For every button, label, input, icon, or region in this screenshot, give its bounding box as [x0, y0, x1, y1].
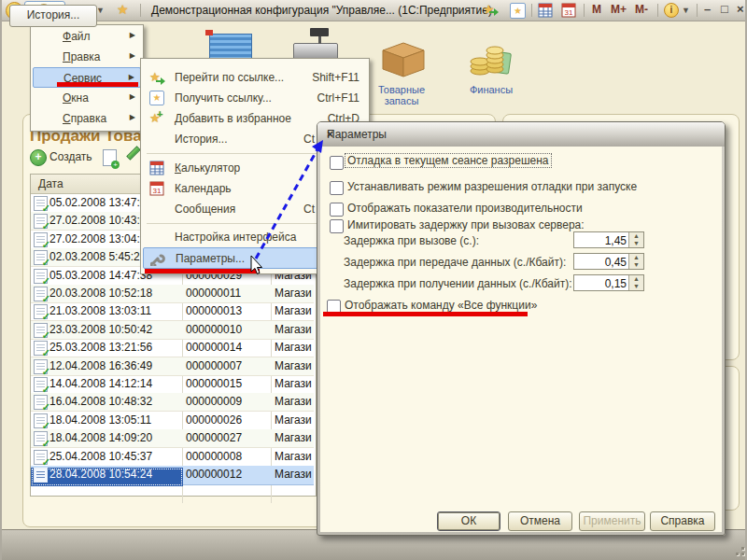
goods-box-icon[interactable] [379, 39, 428, 78]
create-label: Создать [49, 150, 92, 163]
document-check-icon: ✓ [34, 359, 48, 374]
debug-checkbox-label[interactable]: Отладка в текущем сеансе разрешена [345, 154, 551, 167]
create-button[interactable]: + Создать [30, 148, 105, 166]
document-check-icon: ✓ [34, 431, 48, 446]
calendar-icon[interactable]: 31 [561, 3, 576, 18]
document-check-icon: ✓ [34, 232, 48, 247]
spinner-buttons[interactable]: ▲▼ [628, 254, 643, 269]
spin-up-icon: ▲ [629, 232, 643, 240]
calculator-icon[interactable] [538, 3, 553, 18]
spinner-buttons[interactable]: ▲▼ [628, 275, 643, 290]
dialog-body: Отладка в текущем сеансе разрешена Устан… [320, 147, 722, 532]
ok-button[interactable]: ОК [437, 511, 500, 531]
help-button[interactable]: Справка [650, 511, 715, 531]
column-header-date: Дата [38, 177, 63, 190]
table-row[interactable]: ✓16.04.2008 10:48:32000000009Магази [31, 393, 314, 412]
memory-m-button[interactable]: M [592, 3, 601, 16]
document-check-icon: ✓ [34, 323, 48, 338]
plus-icon: + [30, 149, 47, 166]
menu-item-edit[interactable]: Правка▶ [33, 47, 141, 67]
table-row[interactable]: ✓18.04.2008 14:09:20000000027Магази [31, 429, 314, 448]
table-row-selected[interactable]: 28.04.2008 10:54:24000000012Магази [31, 466, 314, 485]
send-delay-spinner[interactable]: 0,45 ▲▼ [573, 253, 644, 270]
dialog-close-icon[interactable]: × [327, 128, 717, 141]
document-check-icon: ✓ [34, 413, 48, 428]
spinner-buttons[interactable]: ▲▼ [628, 232, 643, 247]
toolbar-separator [140, 4, 141, 17]
copy-document-icon[interactable]: + [103, 149, 117, 166]
table-row[interactable]: ✓23.03.2008 10:50:42000000010Магази [31, 321, 314, 340]
cash-register-stand-icon [318, 36, 321, 44]
submenu-arrow-icon: ▶ [129, 73, 134, 81]
document-check-icon: ✓ [34, 287, 48, 301]
cancel-button[interactable]: Отмена [508, 511, 572, 531]
debug-mode-checkbox[interactable] [330, 181, 344, 195]
receive-delay-label: Задержка при получении данных (с./Кбайт)… [344, 277, 572, 290]
finance-coins-icon[interactable] [467, 43, 514, 78]
table-row[interactable]: ✓14.04.2008 14:12:14000000015Магази [31, 375, 314, 394]
building-flag-icon [205, 30, 213, 35]
svg-text:31: 31 [153, 187, 162, 195]
resize-grip[interactable] [730, 541, 747, 558]
menu-item-help[interactable]: Справка▶ [33, 108, 141, 129]
table-row[interactable]: ✓25.04.2008 10:45:37000000008Магази [31, 448, 314, 467]
menu-item-windows[interactable]: Окна▶ [33, 88, 141, 108]
delay-checkbox[interactable] [330, 219, 344, 233]
document-check-icon: ✓ [34, 341, 48, 356]
submenu-item-goto-link[interactable]: ★ Перейти по ссылке...Shift+F11 [143, 67, 367, 88]
receive-delay-spinner[interactable]: 0,15 ▲▼ [573, 274, 644, 291]
table-row[interactable]: ✓25.03.2008 13:21:56000000014Магази [31, 339, 314, 357]
document-check-icon: ✓ [34, 450, 48, 465]
memory-m-plus-button[interactable]: M+ [611, 3, 627, 16]
section-label-goods[interactable]: Товарные запасы [370, 84, 433, 106]
wrench-icon [150, 251, 165, 266]
section-label-finance[interactable]: Финансы [463, 84, 519, 95]
application-window: Товарные запасы Финансы Продажи Това + С… [0, 0, 747, 560]
cash-register-display-icon [310, 28, 329, 36]
table-row[interactable]: ✓21.03.2008 13:03:11000000013Магази [31, 302, 314, 321]
menu-item-file[interactable]: Файл▶ [33, 26, 141, 47]
favorites-star-icon[interactable]: ★ [117, 2, 129, 17]
titlebar: 1С ◄ ► ▼ ★ Демонстрационная конфигурация… [2, 0, 747, 21]
toolbar-separator [531, 4, 532, 17]
table-row[interactable]: ✓18.04.2008 13:05:11000000026Магази [31, 412, 314, 430]
memory-m-minus-button[interactable]: M- [635, 3, 648, 16]
document-check-icon: ✓ [34, 395, 48, 410]
calendar-icon: 31 [149, 181, 164, 196]
annotation-underline-tools [57, 82, 138, 87]
calculator-icon [149, 161, 164, 175]
maximize-button[interactable]: □ [721, 2, 728, 16]
parameters-dialog: Параметры × Отладка в текущем сеансе раз… [317, 121, 726, 536]
send-delay-label: Задержка при передаче данных (с./Кбайт): [344, 256, 566, 269]
document-check-icon: ✓ [34, 196, 48, 211]
add-favorite-star-icon: ★+ [149, 111, 164, 126]
submenu-arrow-icon: ▶ [130, 92, 135, 101]
spin-up-icon: ▲ [629, 254, 643, 261]
debug-mode-label[interactable]: Устанавливать режим разрешения отладки п… [347, 180, 637, 193]
get-link-icon[interactable]: ★ [510, 3, 526, 19]
debug-checkbox[interactable] [330, 156, 344, 170]
history-button[interactable]: История... [9, 5, 97, 27]
close-button[interactable]: × [737, 2, 744, 16]
table-row[interactable]: ✓20.03.2008 10:52:18000000011Магази [31, 285, 314, 303]
call-delay-spinner[interactable]: 1,45 ▲▼ [573, 231, 644, 248]
submenu-item-get-link[interactable]: ★ Получить ссылку...Ctrl+F11 [143, 88, 367, 108]
document-check-icon: ✓ [34, 214, 48, 229]
apply-button[interactable]: Применить [579, 511, 645, 531]
call-delay-label: Задержка при вызове (с.): [344, 234, 479, 247]
document-check-icon: ✓ [34, 304, 48, 319]
nav-dropdown-icon[interactable]: ▼ [96, 6, 105, 15]
performance-checkbox[interactable] [330, 203, 344, 217]
performance-label[interactable]: Отображать показатели производительности [347, 202, 583, 215]
annotation-underline-all-functions [323, 312, 528, 316]
info-icon[interactable]: i [664, 3, 679, 18]
dialog-titlebar[interactable]: Параметры × [317, 122, 725, 147]
all-functions-label[interactable]: Отображать команду «Все функции» [345, 299, 537, 312]
spin-down-icon: ▼ [629, 240, 643, 247]
table-row[interactable]: ✓12.04.2008 16:36:49000000007Магази [31, 357, 314, 376]
info-dropdown-icon[interactable]: ▼ [682, 6, 690, 15]
goto-link-icon[interactable]: ★ [483, 2, 495, 17]
delay-label[interactable]: Имитировать задержку при вызовах сервера… [347, 218, 585, 231]
minimize-button[interactable]: – [704, 2, 711, 16]
spin-up-icon: ▲ [629, 275, 643, 283]
